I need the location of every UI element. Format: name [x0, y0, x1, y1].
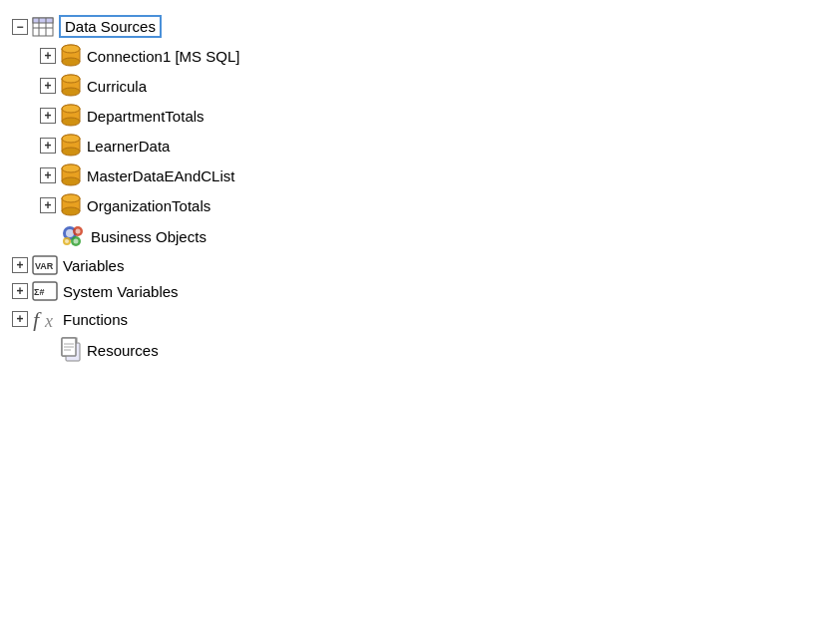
svg-point-28: [62, 135, 80, 143]
data-sources-icon: [32, 17, 54, 37]
expand-button-system-variables[interactable]: +: [12, 283, 28, 299]
variables-label: Variables: [63, 257, 124, 274]
tree-item-org-totals[interactable]: + OrganizationTotals: [12, 190, 812, 220]
tree-item-curricula[interactable]: + Curricula: [12, 71, 812, 101]
connection1-label: Connection1 [MS SQL]: [87, 48, 239, 65]
system-variables-icon: Σ#: [32, 281, 58, 301]
svg-rect-1: [33, 18, 53, 23]
expand-button-learner-data[interactable]: +: [40, 138, 56, 154]
expand-button-connection1[interactable]: +: [40, 48, 56, 64]
tree-item-system-variables[interactable]: + Σ# System Variables: [12, 278, 812, 304]
svg-point-19: [62, 118, 80, 126]
svg-point-40: [62, 194, 80, 202]
svg-text:Σ#: Σ#: [34, 287, 44, 297]
org-totals-label: OrganizationTotals: [87, 197, 210, 214]
svg-point-25: [62, 148, 80, 156]
business-objects-icon: [60, 223, 86, 249]
tree-item-learner-data[interactable]: + LearnerData: [12, 131, 812, 161]
svg-point-10: [62, 45, 80, 53]
data-sources-text: Data Sources: [65, 18, 156, 35]
curricula-label: Curricula: [87, 78, 147, 95]
functions-icon: f x: [32, 307, 58, 331]
svg-text:x: x: [44, 311, 53, 331]
tree-item-department-totals[interactable]: + DepartmentTotals: [12, 101, 812, 131]
expand-button-curricula[interactable]: +: [40, 78, 56, 94]
tree-item-variables[interactable]: + VAR Variables: [12, 252, 812, 278]
resources-icon: [60, 337, 82, 363]
collapse-button-data-sources[interactable]: −: [12, 19, 28, 35]
svg-text:VAR: VAR: [35, 261, 54, 271]
tree-panel: − Data Sources +: [8, 8, 816, 370]
svg-point-31: [62, 177, 80, 185]
expand-button-masterdata[interactable]: +: [40, 167, 56, 183]
masterdata-label: MasterDataEAndCList: [87, 167, 234, 184]
tree-item-resources[interactable]: Resources: [12, 334, 812, 366]
svg-point-37: [62, 207, 80, 215]
svg-point-16: [62, 75, 80, 83]
svg-point-7: [62, 58, 80, 66]
svg-point-34: [62, 164, 80, 172]
tree-item-functions[interactable]: + f x Functions: [12, 304, 812, 334]
expand-button-department-totals[interactable]: +: [40, 108, 56, 124]
org-totals-icon: [60, 193, 82, 217]
data-sources-label: Data Sources: [59, 15, 162, 38]
department-totals-label: DepartmentTotals: [87, 108, 205, 125]
connection1-icon: [60, 44, 82, 68]
system-variables-label: System Variables: [63, 283, 179, 300]
masterdata-icon: [60, 163, 82, 187]
svg-point-22: [62, 105, 80, 113]
resources-label: Resources: [87, 342, 159, 359]
tree-item-business-objects[interactable]: Business Objects: [12, 220, 812, 252]
svg-point-13: [62, 88, 80, 96]
svg-text:f: f: [33, 307, 42, 331]
expand-button-org-totals[interactable]: +: [40, 197, 56, 213]
tree-item-masterdata[interactable]: + MasterDataEAndCList: [12, 161, 812, 190]
curricula-icon: [60, 74, 82, 98]
expand-button-variables[interactable]: +: [12, 257, 28, 273]
svg-point-48: [65, 239, 69, 243]
expand-button-functions[interactable]: +: [12, 311, 28, 327]
department-totals-icon: [60, 104, 82, 128]
tree-item-data-sources[interactable]: − Data Sources: [12, 12, 812, 41]
variables-icon: VAR: [32, 255, 58, 275]
functions-label: Functions: [63, 311, 128, 328]
svg-point-42: [66, 229, 74, 237]
svg-point-46: [74, 239, 79, 244]
learner-data-label: LearnerData: [87, 138, 170, 155]
business-objects-label: Business Objects: [91, 228, 206, 245]
learner-data-icon: [60, 134, 82, 158]
svg-point-44: [76, 229, 81, 234]
tree-item-connection1[interactable]: + Connection1 [MS SQL]: [12, 41, 812, 71]
